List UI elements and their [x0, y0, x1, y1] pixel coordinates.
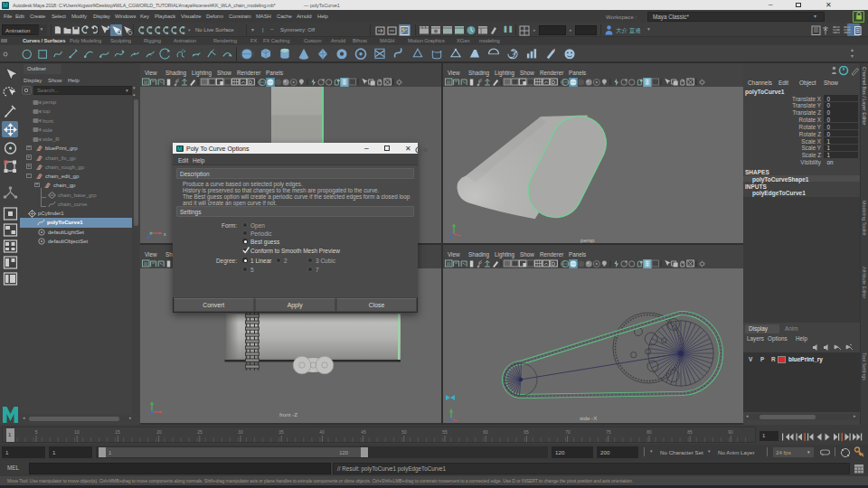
svg-text:85: 85: [687, 430, 693, 435]
svg-text:20: 20: [156, 430, 162, 435]
svg-text:x: x: [164, 231, 166, 237]
svg-text:25: 25: [197, 430, 203, 435]
svg-text:75: 75: [606, 430, 611, 435]
svg-text:5: 5: [35, 430, 38, 435]
svg-text:60: 60: [483, 430, 488, 435]
svg-text:55: 55: [442, 430, 448, 435]
svg-text:90: 90: [728, 430, 733, 435]
svg-text:70: 70: [565, 430, 571, 435]
svg-text:30: 30: [238, 430, 243, 435]
svg-text:35: 35: [278, 430, 284, 435]
svg-text:45: 45: [361, 430, 366, 435]
svg-text:65: 65: [524, 430, 529, 435]
svg-text:80: 80: [646, 430, 652, 435]
svg-text:10: 10: [74, 430, 80, 435]
svg-text:50: 50: [401, 430, 407, 435]
svg-text:40: 40: [319, 430, 325, 435]
svg-text:15: 15: [115, 430, 120, 435]
